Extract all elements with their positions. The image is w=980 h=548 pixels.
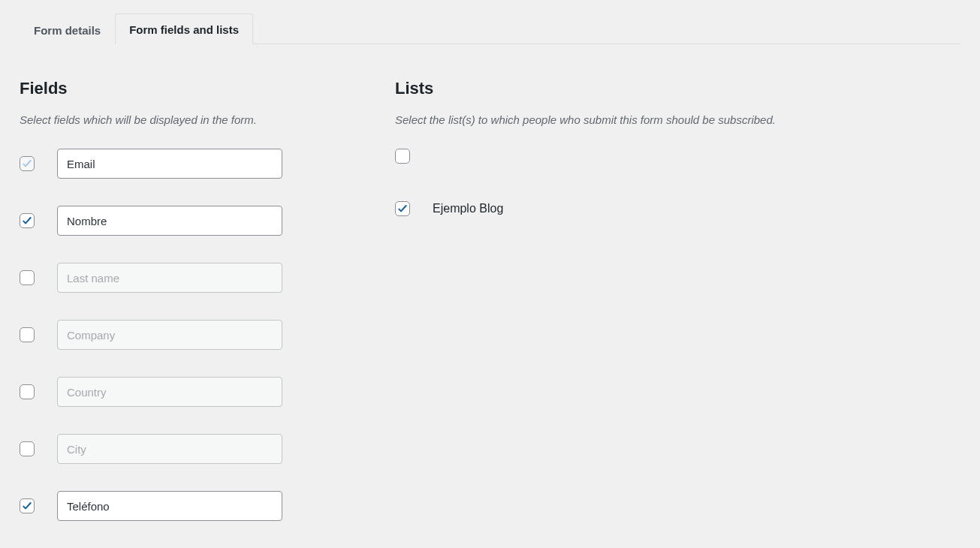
tab-form-fields-and-lists[interactable]: Form fields and lists (115, 14, 253, 44)
fields-column: Fields Select fields which will be displ… (20, 79, 335, 548)
field-row (20, 263, 335, 293)
tabs: Form details Form fields and lists (20, 14, 960, 44)
list-label: Ejemplo Blog (433, 202, 503, 215)
field-checkbox[interactable] (20, 327, 35, 342)
list-row (395, 149, 960, 164)
fields-help: Select fields which will be displayed in… (20, 113, 335, 126)
field-row (20, 491, 335, 521)
field-label-input[interactable] (57, 206, 282, 236)
field-row (20, 206, 335, 236)
tab-form-details[interactable]: Form details (20, 14, 115, 44)
field-checkbox (20, 156, 35, 171)
field-label-input[interactable] (57, 491, 282, 521)
field-row (20, 149, 335, 179)
field-label-input (57, 377, 282, 407)
field-row (20, 377, 335, 407)
field-checkbox[interactable] (20, 270, 35, 285)
field-label-input (57, 320, 282, 350)
list-checkbox[interactable] (395, 201, 410, 216)
lists-column: Lists Select the list(s) to which people… (395, 79, 960, 548)
field-label-input[interactable] (57, 149, 282, 179)
list-row: Ejemplo Blog (395, 201, 960, 216)
list-checkbox[interactable] (395, 149, 410, 164)
field-checkbox[interactable] (20, 498, 35, 513)
field-label-input (57, 434, 282, 464)
field-label-input (57, 263, 282, 293)
lists-title: Lists (395, 79, 960, 98)
lists-help: Select the list(s) to which people who s… (395, 113, 960, 126)
field-row (20, 434, 335, 464)
field-checkbox[interactable] (20, 213, 35, 228)
field-checkbox[interactable] (20, 441, 35, 456)
field-checkbox[interactable] (20, 384, 35, 399)
fields-title: Fields (20, 79, 335, 98)
field-row (20, 320, 335, 350)
